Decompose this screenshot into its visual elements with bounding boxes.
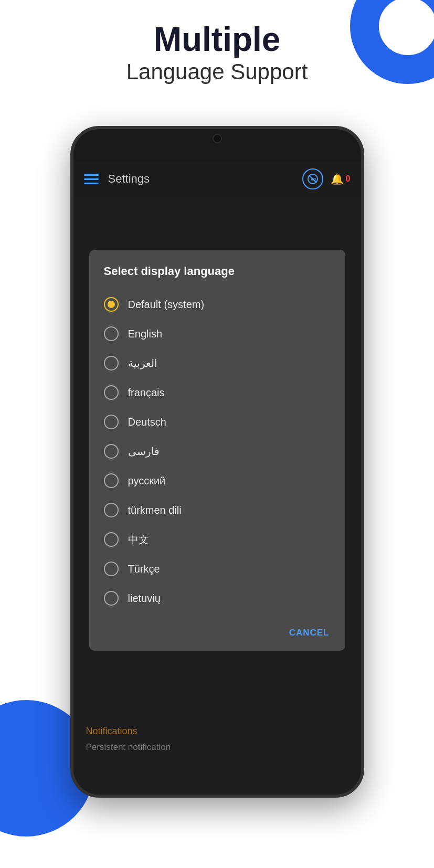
language-label-farsi: فارسی (128, 445, 160, 458)
language-option-chinese[interactable]: 中文 (104, 525, 335, 554)
language-label-lithuanian: lietuvių (128, 592, 161, 605)
phone-mockup: Settings AD 🔔 0 Notifications (70, 126, 364, 798)
language-label-turkish: Türkçe (128, 563, 160, 575)
app-bar: Settings AD 🔔 0 (73, 161, 361, 197)
language-label-arabic: العربية (128, 357, 157, 369)
language-option-arabic[interactable]: العربية (104, 348, 335, 378)
phone-camera (213, 134, 222, 143)
ad-block-icon[interactable]: AD (302, 168, 323, 189)
dialog-title: Select display language (104, 264, 335, 278)
cancel-button[interactable]: CANCEL (284, 623, 335, 642)
radio-outer-chinese (104, 532, 119, 547)
language-option-default[interactable]: Default (system) (104, 290, 335, 319)
language-dialog: Select display language Default (system)… (89, 250, 345, 651)
language-label-german: Deutsch (128, 416, 166, 428)
language-option-turkmen[interactable]: türkmen dili (104, 495, 335, 525)
language-option-french[interactable]: français (104, 378, 335, 407)
radio-outer-french (104, 385, 119, 400)
language-option-turkish[interactable]: Türkçe (104, 554, 335, 584)
language-option-farsi[interactable]: فارسی (104, 437, 335, 466)
page-title: Multiple (0, 21, 434, 58)
notification-count: 0 (346, 174, 351, 184)
radio-outer-english (104, 326, 119, 341)
hamburger-line-1 (84, 174, 99, 176)
radio-outer-default (104, 297, 119, 312)
hamburger-line-2 (84, 178, 99, 180)
bell-icon-wrap[interactable]: 🔔 0 (331, 173, 351, 185)
app-bar-title: Settings (108, 172, 302, 186)
dialog-footer: CANCEL (104, 618, 335, 642)
language-option-english[interactable]: English (104, 319, 335, 348)
app-bar-icons: AD 🔔 0 (302, 168, 351, 189)
radio-outer-farsi (104, 444, 119, 459)
hamburger-line-3 (84, 183, 99, 184)
header-section: Multiple Language Support (0, 21, 434, 87)
language-option-german[interactable]: Deutsch (104, 407, 335, 437)
bell-icon: 🔔 (331, 173, 344, 185)
phone-body: Settings AD 🔔 0 Notifications (70, 126, 364, 798)
radio-outer-turkmen (104, 503, 119, 517)
hamburger-menu-icon[interactable] (84, 174, 99, 184)
radio-inner-default (108, 301, 115, 308)
radio-outer-turkish (104, 562, 119, 576)
radio-outer-german (104, 415, 119, 429)
language-options-list: Default (system)EnglishالعربيةfrançaisDe… (104, 290, 335, 613)
svg-text:AD: AD (311, 177, 316, 181)
language-label-chinese: 中文 (128, 533, 149, 547)
language-option-russian[interactable]: русский (104, 466, 335, 495)
no-ad-svg: AD (307, 173, 319, 185)
language-label-russian: русский (128, 475, 166, 487)
phone-notch (181, 129, 254, 148)
language-label-english: English (128, 328, 163, 340)
language-option-lithuanian[interactable]: lietuvių (104, 584, 335, 613)
language-label-french: français (128, 387, 165, 399)
page-subtitle: Language Support (0, 58, 434, 87)
radio-outer-russian (104, 473, 119, 488)
radio-outer-arabic (104, 356, 119, 371)
radio-outer-lithuanian (104, 591, 119, 606)
language-label-default: Default (system) (128, 299, 205, 311)
language-label-turkmen: türkmen dili (128, 504, 182, 516)
